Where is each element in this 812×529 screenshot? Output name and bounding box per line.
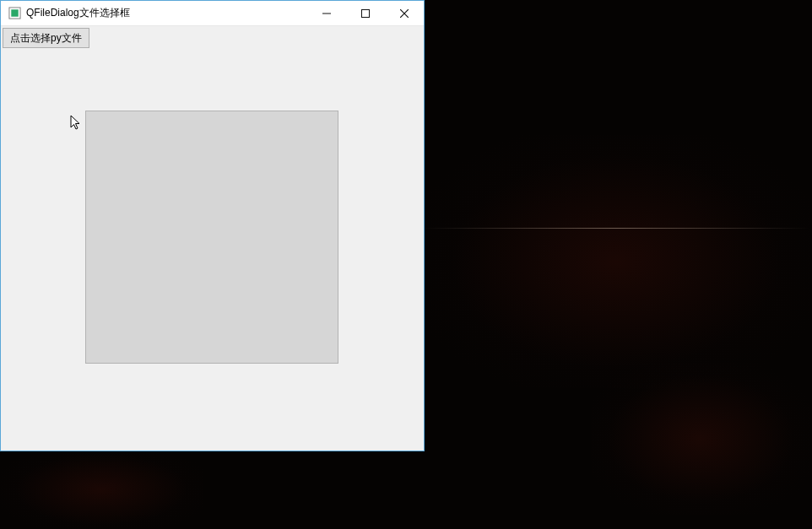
app-icon (8, 7, 21, 20)
minimize-button[interactable] (307, 1, 346, 25)
titlebar[interactable]: QFileDialog文件选择框 (1, 1, 424, 26)
content-label (85, 111, 338, 364)
svg-rect-2 (362, 9, 370, 17)
client-area: 点击选择py文件 (1, 26, 424, 451)
close-button[interactable] (385, 1, 424, 25)
window-controls (307, 1, 424, 25)
maximize-button[interactable] (346, 1, 385, 25)
window-title: QFileDialog文件选择框 (26, 6, 307, 20)
svg-rect-1 (11, 9, 18, 16)
main-window: QFileDialog文件选择框 点击选择py文件 (0, 0, 425, 451)
cursor-icon (70, 115, 84, 132)
select-file-button[interactable]: 点击选择py文件 (3, 28, 89, 48)
